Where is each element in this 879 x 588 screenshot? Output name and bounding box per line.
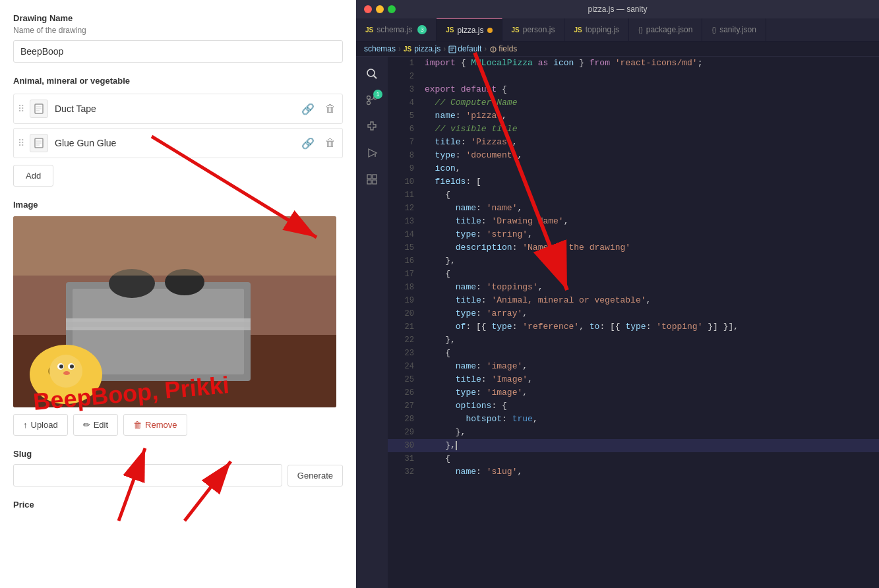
image-label: Image — [13, 200, 343, 210]
svg-point-38 — [367, 96, 371, 100]
code-line-12: 12 name: 'name', — [388, 202, 879, 215]
run-icon[interactable] — [360, 141, 384, 165]
code-line-6: 6 // visible title — [388, 123, 879, 136]
breadcrumb: schemas › JS pizza.js › default › fields — [356, 42, 879, 57]
search-icon[interactable] — [360, 62, 384, 86]
add-button[interactable]: Add — [13, 165, 53, 187]
code-line-19: 19 title: 'Animal, mineral or vegetable'… — [388, 294, 879, 307]
price-section: Price — [13, 500, 343, 510]
tab-package-json[interactable]: {} package.json — [629, 18, 702, 41]
bc-pizza-js[interactable]: pizza.js — [414, 44, 440, 53]
code-line-21: 21 of: [{ type: 'reference', to: [{ type… — [388, 320, 879, 334]
code-line-18: 18 name: 'toppings', — [388, 281, 879, 294]
slug-section: Slug Generate BeepBoop, Prikki — [13, 449, 343, 486]
list-item: ⠿ Duct Tape 🔗 🗑 — [13, 94, 343, 124]
svg-rect-26 — [13, 216, 336, 276]
tab-person-js[interactable]: JS person.js — [502, 18, 565, 41]
tab-schema-js[interactable]: JS schema.js 3 — [356, 18, 437, 41]
svg-point-44 — [375, 154, 376, 156]
bc-sep1: › — [398, 44, 401, 53]
svg-rect-48 — [373, 180, 377, 184]
right-panel: pizza.js — sanity JS schema.js 3 JS pizz… — [356, 0, 879, 588]
tab-js-icon: JS — [365, 26, 373, 34]
list-item: ⠿ Glue Gun Glue 🔗 🗑 — [13, 128, 343, 158]
delete-icon[interactable]: 🗑 — [322, 136, 338, 151]
item-actions: 🔗 🗑 — [299, 102, 338, 117]
tab-sanity-json[interactable]: {} sanity.json — [702, 18, 766, 41]
code-line-26: 26 type: 'image', — [388, 386, 879, 399]
item-label-glue-gun: Glue Gun Glue — [55, 138, 299, 148]
toppings-label: Animal, mineral or vegetable — [13, 76, 343, 86]
trash-icon: 🗑 — [133, 420, 142, 430]
tab-modified-dot — [487, 28, 493, 33]
slug-row: Generate — [13, 464, 343, 486]
tab-js-icon-person: JS — [512, 26, 520, 34]
tabbar: JS schema.js 3 JS pizza.js JS person.js … — [356, 18, 879, 42]
code-line-15: 15 description: 'Name of the drawing' — [388, 241, 879, 254]
svg-line-37 — [374, 76, 377, 79]
tab-package-label: package.json — [646, 25, 693, 34]
maximize-button[interactable] — [388, 5, 396, 13]
tab-json-icon2: {} — [712, 26, 716, 34]
code-line-2: 2 — [388, 70, 879, 83]
link-icon[interactable]: 🔗 — [299, 102, 317, 117]
svg-point-25 — [63, 371, 70, 375]
tab-pizza-js[interactable]: JS pizza.js — [437, 18, 502, 41]
svg-rect-45 — [367, 175, 371, 179]
source-control-icon[interactable]: 1 — [360, 88, 384, 112]
code-line-32: 32 name: 'slug', — [388, 465, 879, 479]
bc-fields[interactable]: fields — [489, 44, 517, 53]
tab-sanity-label: sanity.json — [719, 25, 756, 34]
activity-bar: 1 — [356, 57, 388, 588]
left-panel: Drawing Name Name of the drawing Animal,… — [0, 0, 356, 588]
item-icon — [30, 134, 48, 152]
code-line-9: 9 icon, — [388, 162, 879, 175]
link-icon[interactable]: 🔗 — [299, 136, 317, 151]
drag-handle-icon[interactable]: ⠿ — [18, 138, 24, 148]
svg-point-24 — [70, 365, 74, 368]
drawing-name-description: Name of the drawing — [13, 26, 343, 35]
code-line-24: 24 name: 'image', — [388, 360, 879, 373]
source-control-badge: 1 — [373, 90, 382, 99]
edit-button[interactable]: ✏ Edit — [73, 414, 118, 436]
bc-schemas[interactable]: schemas — [364, 44, 396, 53]
item-actions: 🔗 🗑 — [299, 136, 338, 151]
tab-pizza-label: pizza.js — [458, 26, 484, 35]
bc-sep2: › — [443, 44, 446, 53]
close-button[interactable] — [364, 5, 372, 13]
generate-button[interactable]: Generate — [288, 465, 343, 486]
grid-icon[interactable] — [360, 167, 384, 191]
remove-button[interactable]: 🗑 Remove — [123, 414, 187, 436]
minimize-button[interactable] — [376, 5, 384, 13]
code-editor[interactable]: 1 import { MdLocalPizza as icon } from '… — [388, 57, 879, 588]
extensions-icon[interactable] — [360, 115, 384, 138]
slug-input[interactable] — [13, 464, 282, 486]
code-line-14: 14 type: 'string', — [388, 228, 879, 241]
slug-label: Slug — [13, 449, 343, 459]
edit-icon: ✏ — [83, 420, 90, 430]
drag-handle-icon[interactable]: ⠿ — [18, 103, 24, 114]
bc-default[interactable]: default — [448, 44, 481, 53]
titlebar: pizza.js — sanity — [356, 0, 879, 18]
svg-rect-31 — [449, 46, 456, 53]
tab-badge: 3 — [417, 25, 427, 34]
code-line-29: 29 }, — [388, 426, 879, 439]
tab-js-icon-topping: JS — [574, 26, 582, 34]
tab-topping-js[interactable]: JS topping.js — [564, 18, 629, 41]
svg-point-40 — [367, 102, 371, 105]
code-line-16: 16 }, — [388, 254, 879, 268]
svg-point-36 — [367, 69, 375, 76]
tab-topping-label: topping.js — [586, 25, 619, 34]
tab-js-icon-active: JS — [446, 26, 454, 34]
upload-button[interactable]: ↑ Upload — [13, 414, 68, 436]
code-line-13: 13 title: 'Drawing Name', — [388, 215, 879, 228]
delete-icon[interactable]: 🗑 — [322, 102, 338, 117]
image-buttons: ↑ Upload ✏ Edit 🗑 Remove — [13, 414, 343, 436]
code-line-8: 8 type: 'document', — [388, 149, 879, 162]
code-line-1: 1 import { MdLocalPizza as icon } from '… — [388, 57, 879, 70]
toppings-section: Animal, mineral or vegetable ⠿ Duct Tape… — [13, 76, 343, 200]
svg-rect-47 — [367, 180, 371, 184]
code-line-30: 30 }, — [388, 439, 879, 452]
code-line-27: 27 options: { — [388, 399, 879, 413]
drawing-name-input[interactable] — [13, 40, 343, 63]
